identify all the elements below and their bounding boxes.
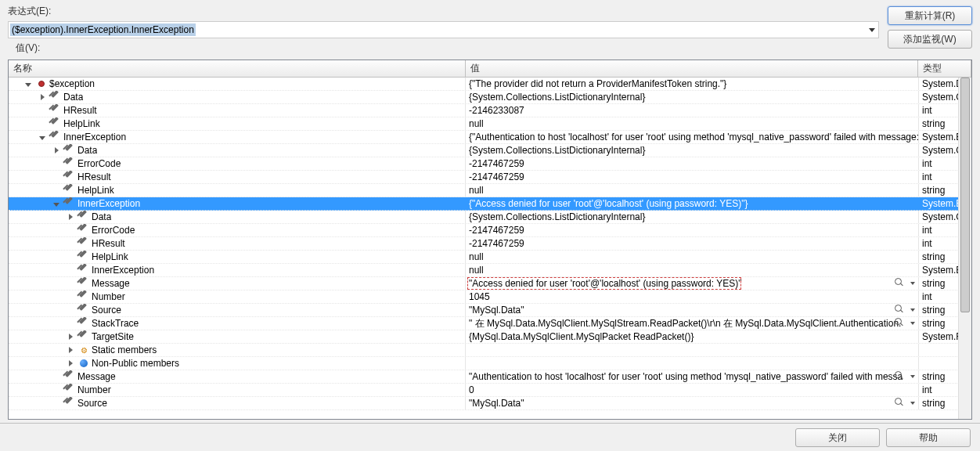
table-row[interactable]: InnerException{"Authentication to host '… [9,131,971,144]
visualizer-icon[interactable] [895,278,904,287]
table-row[interactable]: HelpLinknullstring [9,251,971,264]
property-name: InnerException [77,197,140,210]
table-row[interactable]: Number0int [9,384,971,397]
expander-icon [65,225,76,236]
wrench-icon [64,145,75,156]
property-value[interactable]: "MySql.Data" [466,304,918,316]
table-row[interactable]: InnerExceptionnullSystem.E [9,264,971,277]
table-row[interactable]: Message"Authentication to host 'localhos… [9,370,971,384]
property-value[interactable]: -2147467259 [466,237,918,250]
table-row[interactable]: ⚙Static members [9,344,971,357]
property-value[interactable]: {System.Collections.ListDictionaryIntern… [466,144,918,157]
table-row[interactable]: HResult-2147467259int [9,171,971,184]
table-row[interactable]: ErrorCode-2147467259int [9,157,971,171]
visualizer-dropdown-icon[interactable] [910,402,915,405]
property-name: Source [77,397,107,410]
property-value[interactable]: null [466,117,918,130]
wrench-icon [64,158,75,169]
table-row[interactable]: Source"MySql.Data"string [9,397,971,410]
visualizer-dropdown-icon[interactable] [910,308,915,312]
table-row[interactable]: Data{System.Collections.ListDictionaryIn… [9,211,971,224]
table-row[interactable]: Non-Public members [9,357,971,370]
property-value[interactable]: "Access denied for user 'root'@'localhos… [466,277,918,290]
table-row[interactable]: ErrorCode-2147467259int [9,224,971,237]
visualizer-icon[interactable] [895,318,904,327]
recalculate-button[interactable]: 重新计算(R) [888,6,972,25]
property-name: InnerException [63,131,126,143]
expander-icon[interactable] [51,198,62,209]
table-row[interactable]: TargetSite{MySql.Data.MySqlClient.MySqlP… [9,330,971,344]
table-row[interactable]: Data{System.Collections.ListDictionaryIn… [9,144,971,157]
property-value[interactable]: {"Access denied for user 'root'@'localho… [466,197,918,210]
expander-icon[interactable] [65,345,76,355]
property-value[interactable]: {"The provider did not return a Provider… [466,78,918,90]
table-row[interactable]: Message"Access denied for user 'root'@'l… [9,277,971,290]
property-value[interactable]: -2146233087 [466,104,918,117]
table-row[interactable]: Number1045int [9,290,971,304]
expander-icon[interactable] [37,132,48,143]
property-value[interactable]: " 在 MySql.Data.MySqlClient.MySqlStream.R… [466,317,918,330]
wrench-icon [78,291,89,302]
table-row[interactable]: Data{System.Collections.ListDictionaryIn… [9,91,971,104]
visualizer-icon[interactable] [895,398,904,407]
wrench-icon [64,371,75,382]
table-row[interactable]: HResult-2146233087int [9,104,971,117]
property-name: Data [63,91,83,103]
property-value[interactable]: null [466,251,918,263]
property-name: HelpLink [77,184,114,197]
property-value[interactable]: -2147467259 [466,171,918,183]
expression-text: ($exception).InnerException.InnerExcepti… [10,23,196,36]
col-name[interactable]: 名称 [9,60,466,77]
expander-icon [65,305,76,316]
expander-icon[interactable] [65,211,76,222]
expander-icon[interactable] [23,78,34,89]
wrench-icon [50,105,61,116]
property-value[interactable]: {MySql.Data.MySqlClient.MySqlPacket Read… [466,330,918,343]
property-value[interactable]: {System.Collections.ListDictionaryIntern… [466,211,918,223]
col-type[interactable]: 类型 [918,60,971,77]
property-value[interactable]: 1045 [466,290,918,303]
table-row[interactable]: HResult-2147467259int [9,237,971,251]
dialog-button-bar: 关闭 帮助 [0,423,980,451]
property-value[interactable] [466,344,918,356]
expander-icon[interactable] [65,358,76,369]
table-row[interactable]: HelpLinknullstring [9,117,971,131]
table-row[interactable]: $exception{"The provider did not return … [9,78,971,91]
property-value[interactable]: -2147467259 [466,157,918,170]
expander-icon [65,251,76,262]
property-value[interactable]: {"Authentication to host 'localhost' for… [466,131,918,143]
property-value[interactable]: -2147467259 [466,224,918,236]
table-row[interactable]: HelpLinknullstring [9,184,971,197]
vertical-scrollbar[interactable] [958,78,971,419]
chevron-down-icon[interactable] [869,28,875,32]
visualizer-dropdown-icon[interactable] [910,282,915,285]
property-value[interactable] [466,357,918,370]
help-button[interactable]: 帮助 [886,428,971,447]
visualizer-dropdown-icon[interactable] [910,375,915,378]
property-value[interactable]: null [466,184,918,197]
visualizer-icon[interactable] [895,305,904,314]
expression-combobox[interactable]: ($exception).InnerException.InnerExcepti… [8,21,879,38]
wrench-icon [64,384,75,395]
col-value[interactable]: 值 [466,60,918,77]
expander-icon[interactable] [65,331,76,342]
property-value[interactable]: "Authentication to host 'localhost' for … [466,370,918,383]
close-button[interactable]: 关闭 [795,428,880,447]
table-row[interactable]: InnerException{"Access denied for user '… [9,197,971,211]
table-row[interactable]: StackTrace" 在 MySql.Data.MySqlClient.MyS… [9,317,971,330]
visualizer-icon[interactable] [895,371,904,381]
add-watch-button[interactable]: 添加监视(W) [888,30,972,49]
scrollbar-thumb[interactable] [960,78,970,312]
property-value[interactable]: "MySql.Data" [466,397,918,410]
expander-icon [65,291,76,302]
property-name: Static members [92,344,157,356]
property-value[interactable]: 0 [466,384,918,396]
expander-icon[interactable] [51,145,62,156]
property-name: HelpLink [63,117,100,130]
property-value[interactable]: {System.Collections.ListDictionaryIntern… [466,91,918,103]
wrench-icon [78,225,89,236]
expander-icon[interactable] [37,92,48,103]
visualizer-dropdown-icon[interactable] [910,322,915,325]
table-row[interactable]: Source"MySql.Data"string [9,304,971,317]
property-value[interactable]: null [466,264,918,276]
